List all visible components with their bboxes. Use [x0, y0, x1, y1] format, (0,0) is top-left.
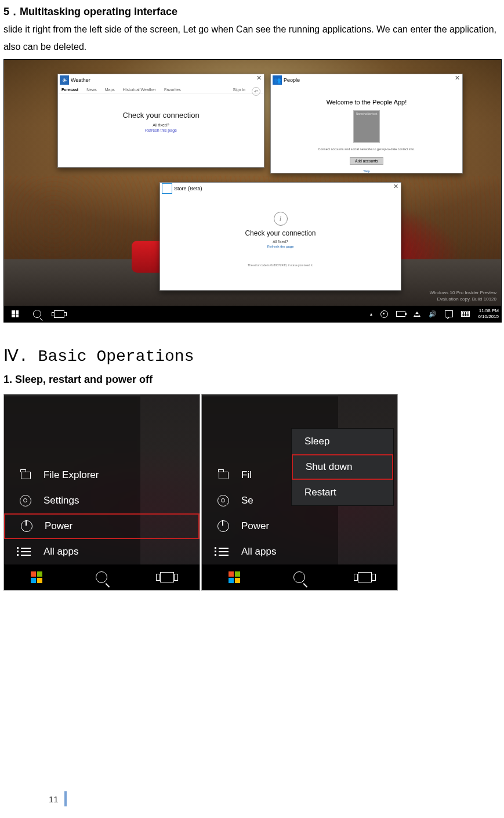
- people-desc: Connect accounts and social networks to …: [282, 147, 451, 151]
- watermark-line1: Windows 10 Pro Insider Preview: [430, 289, 496, 296]
- search-button[interactable]: [69, 564, 134, 590]
- windows-watermark: Windows 10 Pro Insider Preview Evaluatio…: [430, 289, 496, 302]
- start-item-file-explorer[interactable]: File Explorer: [4, 462, 200, 488]
- windows-logo-icon: [31, 571, 42, 583]
- weather-titlebar[interactable]: ☀ Weather ✕: [58, 74, 264, 86]
- weather-tab-historical[interactable]: Historical Weather: [123, 88, 156, 92]
- start-item-all-apps[interactable]: All apps: [202, 539, 397, 564]
- store-subtext: All fixed?: [160, 240, 401, 244]
- task-view-button[interactable]: [135, 564, 200, 590]
- start-item-label: Settings: [43, 495, 79, 506]
- people-titlebar[interactable]: 👥 People ✕: [271, 74, 462, 86]
- search-icon: [96, 571, 107, 583]
- taskbar: ▴ 🔊 11:58 PM 6/10/2015: [4, 306, 501, 322]
- volume-icon[interactable]: 🔊: [429, 310, 437, 318]
- weather-tab-maps[interactable]: Maps: [105, 88, 115, 92]
- close-icon[interactable]: ✕: [256, 74, 262, 82]
- page-number-accent-bar: [64, 791, 67, 806]
- start-button[interactable]: [4, 306, 26, 322]
- weather-tab-favorites[interactable]: Favorites: [164, 88, 181, 92]
- folder-icon: [219, 472, 229, 479]
- start-item-settings[interactable]: Settings: [4, 488, 200, 513]
- close-icon[interactable]: ✕: [455, 74, 460, 82]
- screenshot-power-menu: Fil Se Power All apps Sleep Shut down: [201, 394, 398, 591]
- weather-signin[interactable]: Sign in: [233, 88, 245, 92]
- store-refresh-link[interactable]: Refresh the page: [160, 245, 401, 248]
- page-footer: 11: [49, 791, 67, 806]
- people-title: People: [284, 77, 300, 83]
- task-view-icon: [160, 572, 174, 582]
- section-iv-1-heading: 1. Sleep, restart and power off: [3, 374, 501, 386]
- taskbar-clock[interactable]: 11:58 PM 6/10/2015: [478, 308, 499, 320]
- battery-icon[interactable]: [396, 311, 405, 317]
- store-error-code: The error code is 0x80072F30, in case yo…: [160, 263, 401, 267]
- weather-headline: Check your connection: [58, 111, 264, 120]
- location-icon[interactable]: [380, 310, 388, 318]
- screenshot-power-row: File Explorer Settings Power All apps: [3, 394, 501, 591]
- power-menu-restart[interactable]: Restart: [292, 480, 393, 505]
- weather-refresh-link[interactable]: Refresh this page: [58, 128, 264, 132]
- wifi-icon[interactable]: [414, 312, 420, 317]
- weather-app-icon: ☀: [60, 75, 69, 85]
- start-item-power[interactable]: Power: [4, 513, 200, 539]
- task-view-icon: [358, 572, 372, 582]
- power-menu-sleep[interactable]: Sleep: [292, 429, 393, 454]
- start-button[interactable]: [4, 564, 69, 590]
- taskbar-date: 6/10/2015: [478, 314, 499, 320]
- people-welcome: Welcome to the People App!: [282, 99, 451, 106]
- power-menu-popup: Sleep Shut down Restart: [291, 428, 394, 506]
- task-view-button[interactable]: [48, 306, 70, 322]
- screenshot-start-power: File Explorer Settings Power All apps: [3, 394, 200, 591]
- weather-subtext: All fixed?: [58, 123, 264, 127]
- people-placeholder-image: Nameholder text: [353, 110, 380, 143]
- weather-tab-news[interactable]: News: [86, 88, 97, 92]
- task-view-icon: [54, 310, 64, 318]
- start-item-label: Power: [45, 520, 72, 532]
- weather-back-icon[interactable]: ↶: [252, 87, 260, 96]
- screenshot-multitasking: Windows 10 Pro Insider Preview Evaluatio…: [3, 59, 502, 323]
- store-title: Store (Beta): [174, 186, 202, 191]
- watermark-line2: Evaluation copy. Build 10120: [430, 296, 496, 302]
- section-iv-heading: Ⅳ. Basic Operations: [3, 346, 501, 365]
- gear-icon: [217, 495, 229, 506]
- people-skip-link[interactable]: Skip: [282, 169, 451, 173]
- start-item-label: Se: [241, 495, 253, 506]
- taskbar: [202, 564, 397, 590]
- search-button[interactable]: [26, 306, 48, 322]
- add-accounts-button[interactable]: Add accounts: [350, 157, 383, 165]
- window-people[interactable]: 👥 People ✕ Welcome to the People App! Na…: [270, 74, 463, 173]
- weather-tab-forecast[interactable]: Forecast: [61, 88, 78, 92]
- start-item-label: Power: [241, 520, 269, 532]
- search-button[interactable]: [267, 564, 332, 590]
- power-menu-shutdown[interactable]: Shut down: [292, 454, 393, 480]
- store-headline: Check your connection: [160, 229, 401, 237]
- window-store[interactable]: ⧉ Store (Beta) ✕ i Check your connection…: [159, 182, 401, 291]
- windows-logo-icon: [12, 310, 19, 317]
- notifications-icon[interactable]: [445, 310, 453, 317]
- info-icon: i: [274, 212, 288, 226]
- gear-icon: [20, 495, 31, 506]
- taskbar: [4, 564, 200, 590]
- power-icon: [217, 520, 229, 532]
- start-item-all-apps[interactable]: All apps: [4, 539, 200, 564]
- start-menu-list: File Explorer Settings Power All apps: [4, 462, 200, 564]
- start-item-power[interactable]: Power: [202, 513, 397, 539]
- search-icon: [33, 310, 41, 318]
- task-view-button[interactable]: [332, 564, 397, 590]
- start-item-label: All apps: [241, 546, 276, 558]
- start-item-label: All apps: [43, 546, 78, 558]
- windows-logo-icon: [229, 571, 240, 583]
- start-button[interactable]: [202, 564, 267, 590]
- start-item-label: File Explorer: [43, 469, 99, 481]
- store-titlebar[interactable]: ⧉ Store (Beta) ✕: [160, 183, 401, 194]
- weather-title: Weather: [71, 77, 90, 83]
- touch-keyboard-icon[interactable]: [461, 311, 470, 317]
- list-icon: [21, 548, 31, 556]
- close-icon[interactable]: ✕: [393, 183, 398, 190]
- people-app-icon: 👥: [273, 75, 282, 85]
- tray-chevron-up-icon[interactable]: ▴: [370, 312, 372, 317]
- start-item-label: Fil: [241, 469, 252, 481]
- window-weather[interactable]: ☀ Weather ✕ Forecast News Maps Historica…: [57, 74, 264, 168]
- power-icon: [21, 520, 32, 532]
- list-icon: [219, 548, 229, 556]
